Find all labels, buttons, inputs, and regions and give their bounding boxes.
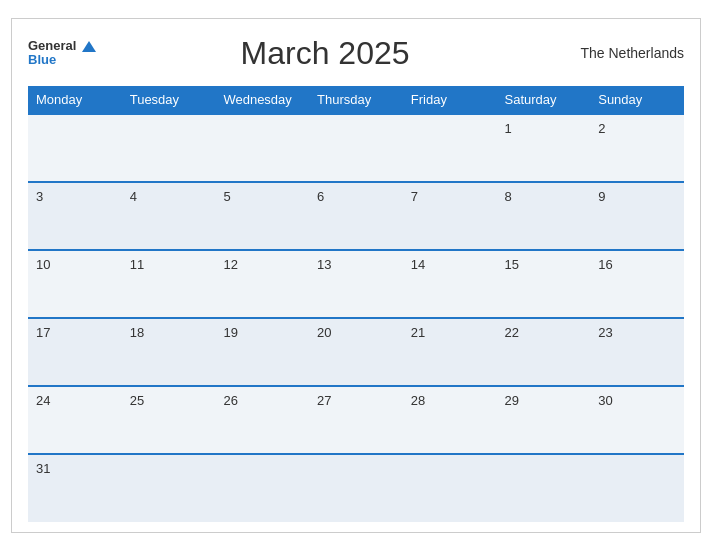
day-number: 2: [598, 121, 605, 136]
calendar-week-row: 24252627282930: [28, 386, 684, 454]
day-number: 27: [317, 393, 331, 408]
calendar-week-row: 12: [28, 114, 684, 182]
weekday-header: Wednesday: [215, 86, 309, 114]
logo-general: General: [28, 38, 76, 53]
weekday-header: Monday: [28, 86, 122, 114]
calendar-day-cell: 5: [215, 182, 309, 250]
calendar-container: General Blue March 2025 The Netherlands …: [11, 18, 701, 533]
day-number: 31: [36, 461, 50, 476]
day-number: 7: [411, 189, 418, 204]
calendar-grid: MondayTuesdayWednesdayThursdayFridaySatu…: [28, 86, 684, 522]
calendar-day-cell: 13: [309, 250, 403, 318]
day-number: 9: [598, 189, 605, 204]
day-number: 12: [223, 257, 237, 272]
calendar-day-cell: [403, 454, 497, 522]
calendar-day-cell: 28: [403, 386, 497, 454]
day-number: 14: [411, 257, 425, 272]
calendar-day-cell: 21: [403, 318, 497, 386]
calendar-day-cell: 6: [309, 182, 403, 250]
day-number: 24: [36, 393, 50, 408]
calendar-day-cell: [590, 454, 684, 522]
calendar-day-cell: 30: [590, 386, 684, 454]
day-number: 25: [130, 393, 144, 408]
calendar-day-cell: 10: [28, 250, 122, 318]
calendar-day-cell: 4: [122, 182, 216, 250]
calendar-day-cell: 22: [497, 318, 591, 386]
day-number: 22: [505, 325, 519, 340]
day-number: 6: [317, 189, 324, 204]
day-number: 3: [36, 189, 43, 204]
logo: General Blue: [28, 39, 96, 68]
calendar-day-cell: [122, 114, 216, 182]
calendar-day-cell: 16: [590, 250, 684, 318]
day-number: 18: [130, 325, 144, 340]
calendar-day-cell: 2: [590, 114, 684, 182]
day-number: 13: [317, 257, 331, 272]
calendar-day-cell: [309, 114, 403, 182]
calendar-day-cell: 23: [590, 318, 684, 386]
day-number: 19: [223, 325, 237, 340]
calendar-day-cell: 19: [215, 318, 309, 386]
calendar-day-cell: 12: [215, 250, 309, 318]
calendar-day-cell: [215, 454, 309, 522]
day-number: 21: [411, 325, 425, 340]
calendar-day-cell: [215, 114, 309, 182]
calendar-day-cell: 31: [28, 454, 122, 522]
day-number: 1: [505, 121, 512, 136]
calendar-day-cell: 20: [309, 318, 403, 386]
calendar-day-cell: [309, 454, 403, 522]
day-number: 11: [130, 257, 144, 272]
calendar-day-cell: 24: [28, 386, 122, 454]
calendar-day-cell: 14: [403, 250, 497, 318]
calendar-title: March 2025: [96, 35, 554, 72]
calendar-day-cell: 7: [403, 182, 497, 250]
calendar-day-cell: 15: [497, 250, 591, 318]
calendar-week-row: 3456789: [28, 182, 684, 250]
calendar-day-cell: [28, 114, 122, 182]
calendar-day-cell: [122, 454, 216, 522]
day-number: 5: [223, 189, 230, 204]
weekday-header: Tuesday: [122, 86, 216, 114]
calendar-week-row: 17181920212223: [28, 318, 684, 386]
country-name: The Netherlands: [554, 45, 684, 61]
calendar-day-cell: 8: [497, 182, 591, 250]
weekday-header: Thursday: [309, 86, 403, 114]
calendar-day-cell: [403, 114, 497, 182]
day-number: 26: [223, 393, 237, 408]
calendar-day-cell: 17: [28, 318, 122, 386]
calendar-week-row: 10111213141516: [28, 250, 684, 318]
calendar-day-cell: 1: [497, 114, 591, 182]
day-number: 16: [598, 257, 612, 272]
logo-blue: Blue: [28, 53, 96, 67]
logo-triangle-icon: [82, 41, 96, 52]
weekday-header: Friday: [403, 86, 497, 114]
day-number: 15: [505, 257, 519, 272]
day-number: 10: [36, 257, 50, 272]
day-number: 17: [36, 325, 50, 340]
calendar-day-cell: 29: [497, 386, 591, 454]
day-number: 23: [598, 325, 612, 340]
calendar-day-cell: 26: [215, 386, 309, 454]
weekday-header: Sunday: [590, 86, 684, 114]
calendar-day-cell: 18: [122, 318, 216, 386]
calendar-week-row: 31: [28, 454, 684, 522]
calendar-header: General Blue March 2025 The Netherlands: [28, 35, 684, 72]
day-number: 30: [598, 393, 612, 408]
calendar-day-cell: 27: [309, 386, 403, 454]
calendar-day-cell: 25: [122, 386, 216, 454]
day-number: 28: [411, 393, 425, 408]
day-number: 20: [317, 325, 331, 340]
day-number: 8: [505, 189, 512, 204]
calendar-day-cell: [497, 454, 591, 522]
calendar-day-cell: 3: [28, 182, 122, 250]
day-number: 29: [505, 393, 519, 408]
day-number: 4: [130, 189, 137, 204]
weekday-header: Saturday: [497, 86, 591, 114]
calendar-day-cell: 9: [590, 182, 684, 250]
weekday-header-row: MondayTuesdayWednesdayThursdayFridaySatu…: [28, 86, 684, 114]
calendar-day-cell: 11: [122, 250, 216, 318]
